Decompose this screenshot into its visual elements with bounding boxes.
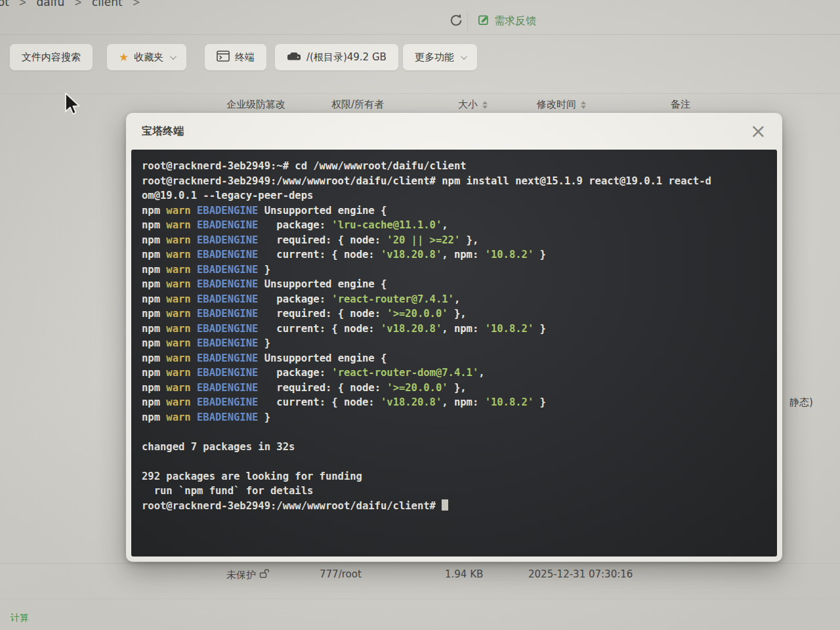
mouse-cursor [63,92,83,121]
column-header-size[interactable]: 大小 [458,98,488,111]
file-manager-page: wwwroot > daifu > client > 需求反馈 文件内容搜索 ★ [0,0,840,630]
top-divider [0,34,840,35]
column-header-note: 备注 [671,98,690,111]
feedback-label: 需求反馈 [494,14,536,28]
row-divider [0,598,840,599]
file-row-size: 1.94 KB [445,568,483,580]
more-functions-button[interactable]: 更多功能 [402,43,478,71]
toolbar-divider [0,93,840,94]
more-functions-label: 更多功能 [415,51,454,64]
terminal-icon [217,51,230,64]
feedback-icon [478,14,490,29]
column-header-label: 权限/所有者 [331,98,384,111]
permission-value: 777/root [320,568,362,580]
star-icon: ★ [119,52,129,63]
column-header-label: 修改时间 [537,98,576,111]
terminal-modal-header: 宝塔终端 × [126,113,782,150]
protection-label: 未保护 [226,569,256,581]
terminal-modal-title: 宝塔终端 [142,125,184,138]
content-search-label: 文件内容搜索 [22,51,81,64]
breadcrumb-separator: > [133,0,140,9]
file-row-note-partial: 静态) [789,396,813,409]
breadcrumb-item-root[interactable]: wwwroot [0,0,9,9]
feedback-button[interactable]: 需求反馈 [478,14,536,29]
disk-icon [287,51,301,64]
terminal-output[interactable]: root@racknerd-3eb2949:~# cd /www/wwwroot… [131,150,777,556]
file-row-permission: 777/root [320,568,362,580]
column-header-label: 备注 [671,98,690,111]
column-header-modified-time[interactable]: 修改时间 [537,98,586,111]
compute-link[interactable]: 计算 [10,612,29,624]
favorites-button[interactable]: ★ 收藏夹 [106,43,187,71]
favorites-label: 收藏夹 [134,51,163,64]
root-disk-label: /(根目录)49.2 GB [306,51,387,64]
sort-icon[interactable] [581,101,586,109]
file-row-mtime: 2025-12-31 07:30:16 [528,568,633,580]
close-icon[interactable]: × [750,121,766,141]
sort-icon[interactable] [482,101,488,109]
breadcrumb-separator: > [19,0,27,9]
terminal-button[interactable]: 终端 [204,43,267,71]
unlock-icon [259,568,270,581]
chevron-down-icon [170,53,177,60]
breadcrumb-item-client[interactable]: client [92,0,123,9]
breadcrumb-separator: > [74,0,82,9]
row-divider [0,563,840,564]
size-value: 1.94 KB [445,568,483,580]
terminal-modal: 宝塔终端 × root@racknerd-3eb2949:~# cd /www/… [126,113,782,562]
topbar-divider [467,10,468,33]
breadcrumb-item-daifu[interactable]: daifu [37,0,65,9]
refresh-icon [449,13,463,30]
mtime-value: 2025-12-31 07:30:16 [528,568,633,580]
breadcrumb: wwwroot > daifu > client > [0,0,140,9]
column-header-tamper-proof[interactable]: 企业级防篡改 [226,98,285,111]
content-search-button[interactable]: 文件内容搜索 [9,43,93,71]
column-header-label: 企业级防篡改 [226,98,285,111]
file-row-protection-status[interactable]: 未保护 [226,568,270,581]
column-header-label: 大小 [458,98,478,111]
refresh-button[interactable] [448,13,465,30]
chevron-down-icon [461,53,467,60]
column-header-permissions[interactable]: 权限/所有者 [331,98,384,111]
root-disk-button[interactable]: /(根目录)49.2 GB [274,43,399,71]
terminal-button-label: 终端 [235,51,255,64]
